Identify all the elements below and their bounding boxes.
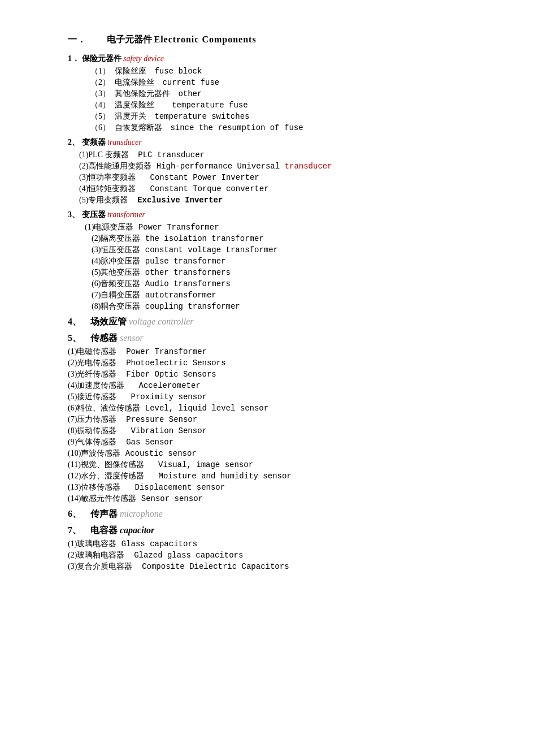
main-section-en: Electronic Components (154, 34, 257, 44)
list-item: (2)高性能通用变频器 High-performance Universal t… (79, 161, 489, 171)
section-1: 1． 保险元器件 safety device （1）保险丝座 fuse bloc… (68, 54, 489, 133)
list-item: (7)自耦变压器 autotransformer (92, 290, 489, 300)
list-item: (3)恒压变压器 constant voltage transformer (92, 245, 489, 255)
section-4-num: 4、 (68, 317, 81, 326)
section-4-en: voltage controller (129, 317, 194, 326)
section-5-items: (1)电磁传感器 Power Transformer (2)光电传感器 Phot… (68, 347, 489, 504)
section-5: 5、 传感器 sensor (1)电磁传感器 Power Transformer… (68, 332, 489, 504)
section-5-en: sensor (120, 333, 144, 343)
list-item: (8)耦合变压器 coupling transformer (92, 301, 489, 312)
section-5-num: 5、 (68, 333, 81, 343)
list-item: (1)电源变压器 Power Transformer (85, 222, 489, 232)
list-item: （5）温度开关 temperature switches (90, 111, 489, 122)
list-item: (13)位移传感器 Displacement sensor (68, 482, 489, 493)
section-3: 3、 变压器 transformer (1)电源变压器 Power Transf… (68, 210, 489, 312)
section-6-title: 6、 传声器 microphone (68, 508, 489, 520)
section-2-cn: 变频器 (82, 138, 106, 146)
list-item: (4)加速度传感器 Accelerometer (68, 381, 489, 391)
list-item: (14)敏感元件传感器 Sensor sensor (68, 494, 489, 504)
section-2-num: 2、 (68, 138, 80, 146)
list-item: (10)声波传感器 Acoustic sensor (68, 448, 489, 459)
list-item: （6）自恢复熔断器 since the resumption of fuse (90, 123, 489, 133)
section-4: 4、 场效应管 voltage controller (68, 316, 489, 328)
list-item: (1)PLC 变频器 PLC transducer (79, 150, 489, 160)
section-7: 7、 电容器 capacitor (1)玻璃电容器 Glass capacito… (68, 525, 489, 572)
section-7-cn: 电容器 (90, 525, 118, 535)
list-item: (6)音频变压器 Audio transformers (92, 279, 489, 289)
list-item: (5)其他变压器 other transformers (92, 267, 489, 278)
list-item: (3)光纤传感器 Fiber Optic Sensors (68, 369, 489, 379)
section-3-cn: 变压器 (82, 210, 106, 219)
section-4-title: 4、 场效应管 voltage controller (68, 316, 489, 328)
section-6-en: microphone (120, 509, 163, 519)
list-item: (9)气体传感器 Gas Sensor (68, 437, 489, 447)
section-7-title: 7、 电容器 capacitor (68, 525, 489, 537)
section-3-num: 3、 (68, 210, 80, 219)
section-3-en: transformer (107, 210, 145, 219)
list-item: (7)压力传感器 Pressure Sensor (68, 414, 489, 425)
section-6-num: 6、 (68, 509, 81, 519)
section-7-num: 7、 (68, 525, 81, 535)
section-7-en: capacitor (120, 525, 154, 535)
list-item: (8)振动传感器 Vibration Sensor (68, 426, 489, 436)
section-2-title: 2、 变频器 transducer (68, 137, 489, 148)
list-item: (3)复合介质电容器 Composite Dielectric Capacito… (68, 561, 489, 572)
list-item: （4）温度保险丝 temperature fuse (90, 100, 489, 110)
section-5-title: 5、 传感器 sensor (68, 332, 489, 344)
section-7-items: (1)玻璃电容器 Glass capacitors (2)玻璃釉电容器 Glaz… (68, 539, 489, 572)
section-6: 6、 传声器 microphone (68, 508, 489, 520)
list-item: （3）其他保险元器件 other (90, 89, 489, 99)
list-item: (4)恒转矩变频器 Constant Torque converter (79, 184, 489, 194)
section-2: 2、 变频器 transducer (1)PLC 变频器 PLC transdu… (68, 137, 489, 205)
list-item: (4)脉冲变压器 pulse transformer (92, 256, 489, 266)
list-item: (2)玻璃釉电容器 Glazed glass capacitors (68, 550, 489, 560)
section-5-cn: 传感器 (90, 333, 118, 343)
main-section-num: 一． (68, 34, 86, 44)
section-3-title: 3、 变压器 transformer (68, 210, 489, 220)
section-1-items: （1）保险丝座 fuse block （2）电流保险丝 current fuse… (90, 66, 489, 133)
list-item: (1)玻璃电容器 Glass capacitors (68, 539, 489, 549)
section-6-cn: 传声器 (90, 509, 118, 519)
main-section-cn: 电子元器件 (107, 34, 152, 44)
list-item: （1）保险丝座 fuse block (90, 66, 489, 76)
main-section-header: 一． 电子元器件 Electronic Components (68, 34, 489, 46)
section-2-items: (1)PLC 变频器 PLC transducer (2)高性能通用变频器 Hi… (79, 150, 489, 205)
section-2-en: transducer (107, 138, 142, 146)
list-item: （2）电流保险丝 current fuse (90, 77, 489, 88)
list-item: (11)视觉、图像传感器 Visual, image sensor (68, 460, 489, 470)
list-item: (6)料位、液位传感器 Level, liquid level sensor (68, 403, 489, 413)
section-1-num: 1． (68, 54, 80, 63)
list-item: (5)专用变频器 Exclusive Inverter (79, 195, 489, 205)
list-item: (3)恒功率变频器 Constant Power Inverter (79, 172, 489, 183)
list-item: (1)电磁传感器 Power Transformer (68, 347, 489, 357)
section-1-cn: 保险元器件 (82, 54, 121, 63)
list-item: (5)接近传感器 Proximity sensor (68, 392, 489, 402)
list-item: (2)光电传感器 Photoelectric Sensors (68, 358, 489, 368)
list-item: (12)水分、湿度传感器 Moisture and humidity senso… (68, 471, 489, 481)
list-item: (2)隔离变压器 the isolation transformer (92, 234, 489, 244)
section-4-cn: 场效应管 (90, 317, 127, 326)
section-1-en: safety device (123, 54, 164, 63)
section-3-items: (1)电源变压器 Power Transformer (2)隔离变压器 the … (85, 222, 489, 312)
section-1-title: 1． 保险元器件 safety device (68, 54, 489, 64)
